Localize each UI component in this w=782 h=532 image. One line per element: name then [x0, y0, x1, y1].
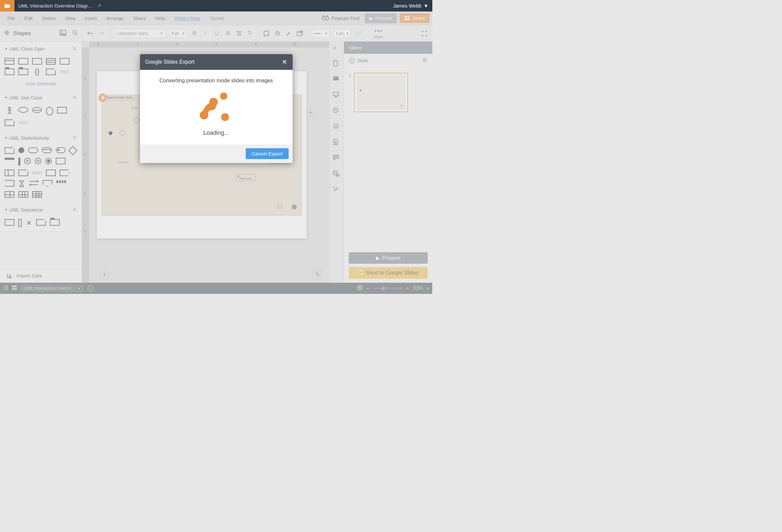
titlebar: UML Interaction Overview Diagr… James We…	[0, 0, 432, 11]
document-title[interactable]: UML Interaction Overview Diagr…	[19, 3, 93, 8]
svg-point-30	[220, 93, 227, 100]
loading-spinner	[148, 90, 285, 124]
close-icon[interactable]: ✕	[282, 58, 287, 66]
cancel-export-button[interactable]: Cancel Export	[246, 148, 288, 159]
chevron-down-icon: ▼	[424, 3, 428, 8]
user-name: James Webb	[393, 3, 422, 8]
modal-message: Converting presentation mode slides into…	[148, 78, 285, 84]
export-modal: Google Slides Export ✕ Converting presen…	[140, 54, 293, 163]
svg-point-32	[209, 98, 218, 106]
folder-icon[interactable]	[0, 0, 14, 11]
modal-title: Google Slides Export	[145, 59, 194, 65]
user-menu[interactable]: James Webb ▼	[393, 3, 428, 8]
loading-text: Loading...	[148, 130, 285, 136]
svg-point-31	[221, 113, 229, 121]
svg-point-33	[200, 111, 208, 119]
edit-title-icon[interactable]	[98, 3, 102, 9]
